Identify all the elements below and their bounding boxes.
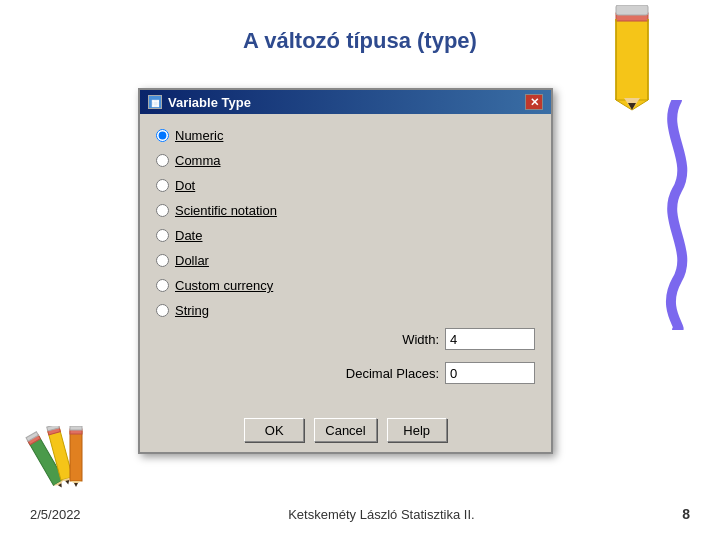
dialog-title: Variable Type	[168, 95, 251, 110]
radio-string[interactable]	[156, 304, 169, 317]
pencils-bottom-left-icon	[5, 426, 105, 495]
svg-marker-1	[616, 13, 648, 100]
radio-dot[interactable]	[156, 179, 169, 192]
decimal-input[interactable]	[445, 362, 535, 384]
label-date: Date	[175, 228, 202, 243]
variable-type-dialog: ▦ Variable Type ✕ Numeric Comma Dot	[138, 88, 553, 454]
wave-decoration-icon	[655, 100, 700, 334]
radio-numeric[interactable]	[156, 129, 169, 142]
label-scientific: Scientific notation	[175, 203, 277, 218]
radio-item-date[interactable]: Date	[156, 228, 356, 243]
dialog-buttons: OK Cancel Help	[140, 406, 551, 452]
svg-marker-22	[74, 483, 78, 487]
svg-rect-20	[70, 426, 82, 430]
page-number: 8	[682, 506, 690, 522]
width-label: Width:	[402, 332, 439, 347]
radio-comma[interactable]	[156, 154, 169, 167]
svg-rect-5	[616, 5, 648, 15]
label-dot: Dot	[175, 178, 195, 193]
date-text: 2/5/2022	[30, 507, 81, 522]
help-button[interactable]: Help	[387, 418, 447, 442]
label-numeric: Numeric	[175, 128, 223, 143]
dialog-titlebar: ▦ Variable Type ✕	[140, 90, 551, 114]
radio-item-dot[interactable]: Dot	[156, 178, 356, 193]
ok-button[interactable]: OK	[244, 418, 304, 442]
label-comma: Comma	[175, 153, 221, 168]
radio-item-scientific[interactable]: Scientific notation	[156, 203, 356, 218]
radio-item-custom[interactable]: Custom currency	[156, 278, 356, 293]
close-button[interactable]: ✕	[525, 94, 543, 110]
label-dollar: Dollar	[175, 253, 209, 268]
label-string: String	[175, 303, 209, 318]
radio-dollar[interactable]	[156, 254, 169, 267]
width-field-row: Width:	[350, 328, 535, 350]
decimal-field-row: Decimal Places:	[350, 362, 535, 384]
dialog-icon: ▦	[148, 95, 162, 109]
radio-item-comma[interactable]: Comma	[156, 153, 356, 168]
width-input[interactable]	[445, 328, 535, 350]
decimal-label: Decimal Places:	[346, 366, 439, 381]
radio-custom[interactable]	[156, 279, 169, 292]
radio-item-numeric[interactable]: Numeric	[156, 128, 356, 143]
label-custom: Custom currency	[175, 278, 273, 293]
dialog-content: Numeric Comma Dot Scientific notation Da…	[140, 114, 551, 406]
author-text: Ketskeméty László Statisztika II.	[288, 507, 474, 522]
right-fields: Width: Decimal Places:	[350, 328, 535, 396]
radio-item-dollar[interactable]: Dollar	[156, 253, 356, 268]
svg-rect-18	[70, 431, 82, 481]
radio-scientific[interactable]	[156, 204, 169, 217]
radio-date[interactable]	[156, 229, 169, 242]
bottom-bar: 2/5/2022 Ketskeméty László Statisztika I…	[0, 506, 720, 522]
radio-option-list: Numeric Comma Dot Scientific notation Da…	[156, 128, 356, 328]
cancel-button[interactable]: Cancel	[314, 418, 376, 442]
radio-item-string[interactable]: String	[156, 303, 356, 318]
